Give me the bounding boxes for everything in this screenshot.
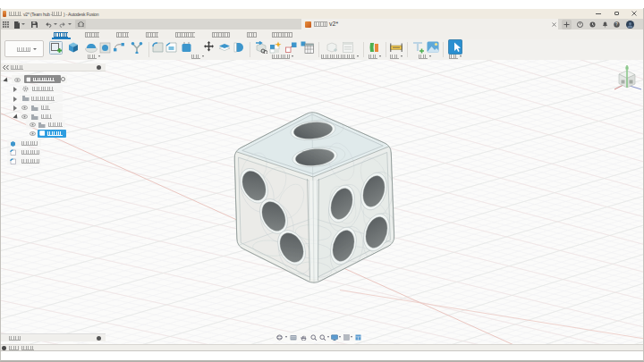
- svg-text:?: ?: [615, 21, 618, 27]
